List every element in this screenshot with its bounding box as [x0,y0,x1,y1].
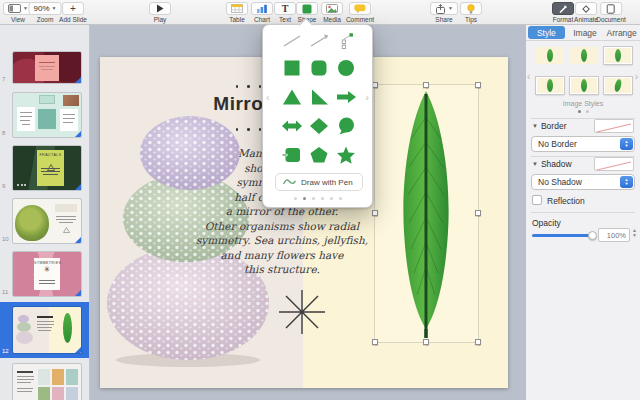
slide-thumbnail-9[interactable]: 9 FRACTALS [0,143,90,193]
slide-thumbnail-12-selected[interactable]: 12 [0,302,90,358]
view-label: View [11,16,25,23]
media-button[interactable]: Media [321,2,343,23]
slide-thumbnail-8[interactable]: 8 [0,90,90,140]
share-button[interactable]: ▼ Share [430,2,458,23]
resize-handle-ne[interactable] [475,82,481,88]
image-styles-page-dots[interactable] [526,110,640,113]
resize-handle-se[interactable] [475,339,481,345]
document-button[interactable]: Document [596,2,626,23]
border-preview-thumbnail[interactable] [594,119,634,133]
shadow-label: Shadow [541,159,572,169]
slide-number: 12 [2,348,9,354]
diamond-icon [308,117,330,135]
shape-arrow-line[interactable] [307,32,331,50]
draw-with-pen-button[interactable]: Draw with Pen [275,173,363,191]
slide-navigator: 7 8 9 FRACTALS [0,25,90,400]
image-style-4[interactable] [536,77,564,94]
shape-connection-line[interactable] [334,32,358,50]
image-style-3[interactable] [604,47,632,64]
slide-number: 9 [2,183,5,189]
image-style-6[interactable] [604,77,632,94]
line-icon [281,33,303,49]
leaf-image-selected[interactable] [375,85,478,342]
media-label: Media [323,16,341,23]
right-arrow-icon [335,88,357,106]
shape-icon [302,4,312,14]
table-label: Table [229,16,245,23]
add-slide-label: Add Slide [59,16,87,23]
slide-number: 11 [2,289,8,295]
slide-thumbnail-13[interactable]: 13 [0,361,90,400]
resize-handle-w[interactable] [372,210,378,216]
popover-page-dots[interactable] [263,197,372,200]
opacity-slider[interactable] [532,234,594,237]
shape-diamond[interactable] [307,117,331,135]
image-styles-left-chevron[interactable]: ‹ [527,71,530,82]
animate-label: Animate [574,16,598,23]
chevron-down-icon: ▼ [23,6,28,11]
share-label: Share [435,16,452,23]
paintbrush-icon [558,4,568,14]
shape-right-triangle[interactable] [307,88,331,106]
shadow-value: No Shadow [538,177,582,187]
popover-page-right-chevron[interactable]: › [365,91,369,103]
chart-button[interactable]: Chart [251,2,273,23]
star-icon [335,146,357,165]
reflection-checkbox[interactable] [532,195,542,205]
shape-quote-bubble[interactable] [334,117,358,135]
resize-handle-sw[interactable] [372,339,378,345]
shape-circle[interactable] [334,59,358,77]
add-slide-button[interactable]: + Add Slide [59,2,87,23]
slide-thumbnail-7[interactable]: 7 [0,50,90,86]
tips-button[interactable]: Tips [460,2,482,23]
opacity-value-field[interactable]: 100% [598,228,630,242]
text-button[interactable]: T Text [274,2,296,23]
resize-handle-e[interactable] [475,210,481,216]
stepper-icon: ▲▼ [620,176,633,188]
image-style-1[interactable] [536,47,564,64]
opacity-slider-knob[interactable] [588,231,597,240]
shape-rounded-square[interactable] [307,59,331,77]
share-icon [435,4,446,14]
slide-thumbnail-11[interactable]: 11 SYMMETRIES ✳ [0,249,90,299]
tab-arrange[interactable]: Arrange [603,25,640,40]
shadow-preview-thumbnail[interactable] [594,157,634,171]
play-button[interactable]: Play [149,2,171,23]
shape-tab-square[interactable] [280,146,304,164]
shadow-select[interactable]: No Shadow ▲▼ [531,174,635,190]
zoom-button[interactable]: 90%▼ Zoom [29,2,62,23]
slide-thumbnail-10[interactable]: 10 [0,196,90,246]
format-label: Format [553,16,574,23]
format-button[interactable]: Format [552,2,574,23]
popover-page-left-chevron[interactable]: ‹ [266,91,270,103]
opacity-stepper[interactable]: ▲▼ [632,228,637,238]
asterisk-glyph: ✳ [34,265,60,274]
border-select[interactable]: No Border ▲▼ [531,136,635,152]
image-style-5[interactable] [570,77,598,94]
shape-pentagon[interactable] [307,146,331,164]
text-label: Text [279,16,291,23]
shape-star[interactable] [334,146,358,164]
slide-number: 7 [2,76,5,82]
shape-square[interactable] [280,59,304,77]
shape-double-arrow[interactable] [280,117,304,135]
comment-button[interactable]: Comment [346,2,374,23]
border-section-header[interactable]: ▼ Border [532,121,566,131]
quote-bubble-icon [335,117,357,135]
shape-line[interactable] [280,32,304,50]
asterisk-mark[interactable] [277,287,327,337]
tab-image[interactable]: Image [567,25,604,40]
animate-button[interactable]: Animate [574,2,598,23]
shadow-section-header[interactable]: ▼ Shadow [532,159,572,169]
chevron-down-icon: ▼ [52,6,57,11]
image-styles-right-chevron[interactable]: › [635,71,638,82]
resize-handle-s[interactable] [423,339,429,345]
opacity-label: Opacity [532,218,561,228]
table-button[interactable]: Table [226,2,248,23]
shape-triangle[interactable] [280,88,304,106]
reflection-label: Reflection [547,196,585,206]
resize-handle-n[interactable] [423,82,429,88]
shape-right-arrow[interactable] [334,88,358,106]
tab-style[interactable]: Style [528,26,565,39]
image-style-2[interactable] [570,47,598,64]
